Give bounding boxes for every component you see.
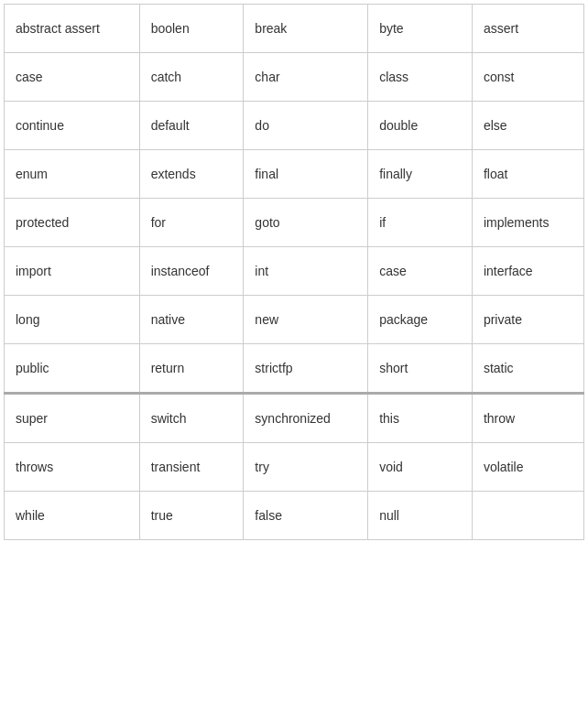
table-cell: short bbox=[368, 344, 473, 394]
table-cell: case bbox=[368, 247, 473, 296]
table-cell: interface bbox=[472, 247, 583, 296]
table-cell: while bbox=[5, 492, 140, 540]
table-cell: finally bbox=[368, 150, 473, 199]
table-cell: long bbox=[5, 296, 140, 344]
table-cell: static bbox=[472, 344, 583, 394]
table-row: enumextendsfinalfinallyfloat bbox=[5, 150, 584, 199]
table-row: superswitchsynchronizedthisthrow bbox=[5, 394, 584, 443]
table-cell: try bbox=[244, 443, 368, 492]
table-cell: volatile bbox=[472, 443, 583, 492]
table-cell: strictfp bbox=[244, 344, 368, 394]
keyword-table: abstract assertboolenbreakbyteassertcase… bbox=[4, 4, 584, 540]
table-row: protectedforgotoifimplements bbox=[5, 199, 584, 247]
table-cell: default bbox=[139, 102, 244, 150]
table-cell: break bbox=[244, 5, 368, 53]
table-cell: this bbox=[368, 394, 473, 443]
table-cell: null bbox=[368, 492, 473, 540]
table-cell: extends bbox=[139, 150, 244, 199]
table-cell: catch bbox=[139, 53, 244, 102]
table-cell: case bbox=[5, 53, 140, 102]
table-cell: return bbox=[139, 344, 244, 394]
table-cell: else bbox=[472, 102, 583, 150]
table-cell: protected bbox=[5, 199, 140, 247]
table-cell: public bbox=[5, 344, 140, 394]
table-cell: instanceof bbox=[139, 247, 244, 296]
table-row: throwstransienttryvoidvolatile bbox=[5, 443, 584, 492]
table-cell: abstract assert bbox=[5, 5, 140, 53]
table-row: importinstanceofintcaseinterface bbox=[5, 247, 584, 296]
table-cell: enum bbox=[5, 150, 140, 199]
table-cell: char bbox=[244, 53, 368, 102]
table-cell: void bbox=[368, 443, 473, 492]
table-cell: native bbox=[139, 296, 244, 344]
table-cell: throw bbox=[472, 394, 583, 443]
table-cell: continue bbox=[5, 102, 140, 150]
table-cell: transient bbox=[139, 443, 244, 492]
table-cell: false bbox=[244, 492, 368, 540]
keyword-table-wrapper: abstract assertboolenbreakbyteassertcase… bbox=[0, 0, 588, 544]
table-cell: implements bbox=[472, 199, 583, 247]
table-cell: assert bbox=[472, 5, 583, 53]
table-cell: int bbox=[244, 247, 368, 296]
table-cell: final bbox=[244, 150, 368, 199]
table-row: continuedefaultdodoubleelse bbox=[5, 102, 584, 150]
table-row: casecatchcharclassconst bbox=[5, 53, 584, 102]
table-cell: boolen bbox=[139, 5, 244, 53]
table-cell: do bbox=[244, 102, 368, 150]
table-cell: synchronized bbox=[244, 394, 368, 443]
table-cell: for bbox=[139, 199, 244, 247]
table-cell: true bbox=[139, 492, 244, 540]
table-cell bbox=[472, 492, 583, 540]
table-cell: goto bbox=[244, 199, 368, 247]
table-row: longnativenewpackageprivate bbox=[5, 296, 584, 344]
table-cell: byte bbox=[368, 5, 473, 53]
table-cell: if bbox=[368, 199, 473, 247]
table-cell: private bbox=[472, 296, 583, 344]
table-row: abstract assertboolenbreakbyteassert bbox=[5, 5, 584, 53]
table-cell: import bbox=[5, 247, 140, 296]
table-cell: class bbox=[368, 53, 473, 102]
table-row: whiletruefalsenull bbox=[5, 492, 584, 540]
table-cell: super bbox=[5, 394, 140, 443]
table-cell: switch bbox=[139, 394, 244, 443]
table-cell: double bbox=[368, 102, 473, 150]
table-cell: package bbox=[368, 296, 473, 344]
table-cell: throws bbox=[5, 443, 140, 492]
table-cell: const bbox=[472, 53, 583, 102]
table-row: publicreturnstrictfpshortstatic bbox=[5, 344, 584, 394]
table-cell: float bbox=[472, 150, 583, 199]
table-cell: new bbox=[244, 296, 368, 344]
